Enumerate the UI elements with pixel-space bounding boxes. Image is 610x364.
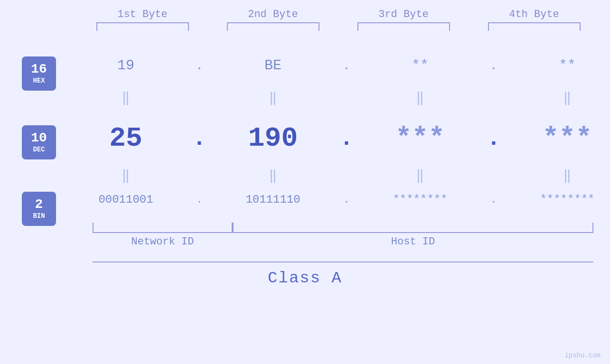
bracket-2 <box>227 22 319 31</box>
byte-header-2: 2nd Byte <box>221 9 325 20</box>
content-area: 16 HEX 19 . BE . ** . ** ‖ ‖ ‖ ‖ 10 <box>0 33 610 317</box>
host-id-label: Host ID <box>233 236 593 248</box>
class-label: Class A <box>0 269 610 287</box>
hex-val-3: ** <box>361 57 479 74</box>
watermark: ipshu.com <box>564 352 601 359</box>
equals-row-1: ‖ ‖ ‖ ‖ <box>0 90 610 106</box>
bin-val-3: ******** <box>361 193 479 206</box>
byte-header-3: 3rd Byte <box>351 9 456 20</box>
dec-val-2: 190 <box>214 123 332 154</box>
bin-val-1: 00011001 <box>66 193 185 206</box>
bracket-1 <box>96 22 189 31</box>
hex-row: 19 . BE . ** . ** <box>0 57 610 74</box>
bracket-host-id <box>233 223 593 233</box>
dot-bin-3: . <box>479 193 508 206</box>
dot-hex-3: . <box>479 58 508 73</box>
bracket-3 <box>357 22 450 31</box>
dot-dec-2: . <box>332 126 361 151</box>
class-line <box>93 261 593 262</box>
top-brackets <box>77 22 600 31</box>
hex-val-4: ** <box>508 57 610 74</box>
byte-headers-row: 1st Byte 2nd Byte 3rd Byte 4th Byte <box>77 9 600 20</box>
dec-val-3: *** <box>361 123 479 154</box>
hex-val-1: 19 <box>66 57 185 74</box>
hex-val-2: BE <box>214 57 332 74</box>
bin-val-2: 10111110 <box>214 193 332 206</box>
dot-dec-3: . <box>479 126 508 151</box>
network-id-label: Network ID <box>93 236 233 248</box>
bracket-4 <box>488 22 581 31</box>
bracket-network-id <box>93 223 233 233</box>
byte-header-4: 4th Byte <box>482 9 586 20</box>
dot-hex-1: . <box>185 58 214 73</box>
dec-row: 25 . 190 . *** . *** <box>0 123 610 154</box>
dot-hex-2: . <box>332 58 361 73</box>
dot-bin-2: . <box>332 193 361 206</box>
dot-dec-1: . <box>185 126 214 151</box>
bin-val-4: ******** <box>508 193 610 206</box>
main-container: 1st Byte 2nd Byte 3rd Byte 4th Byte 16 H… <box>0 0 610 364</box>
dot-bin-1: . <box>185 193 214 206</box>
dec-val-4: *** <box>508 123 610 154</box>
byte-header-1: 1st Byte <box>90 9 195 20</box>
bin-row: 00011001 . 10111110 . ******** . *******… <box>0 193 610 206</box>
dec-val-1: 25 <box>66 123 185 154</box>
equals-row-2: ‖ ‖ ‖ ‖ <box>0 168 610 184</box>
